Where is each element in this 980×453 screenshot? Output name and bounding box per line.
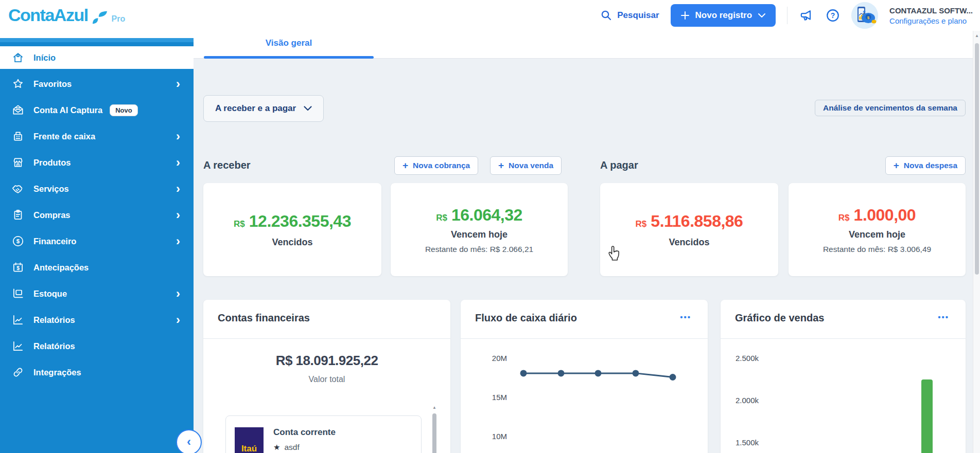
- piggybank-avatar-illustration: $: [851, 2, 878, 29]
- topbar-divider: [787, 7, 787, 24]
- sidebar-item-servicos[interactable]: Serviços ›: [0, 177, 194, 200]
- company-avatar[interactable]: $: [851, 2, 878, 29]
- page-scrollbar[interactable]: ▲: [973, 31, 980, 453]
- plus-icon: +: [402, 162, 408, 169]
- sidebar-item-compras[interactable]: Compras ›: [0, 204, 194, 226]
- account-block: CONTAAZUL SOFTW... Configurações e plano: [889, 6, 973, 25]
- sidebar-item-favoritos[interactable]: Favoritos ›: [0, 73, 194, 95]
- favorite-star-icon[interactable]: ★: [273, 443, 280, 452]
- new-sale-label: Nova venda: [509, 161, 553, 170]
- currency: R$: [636, 219, 647, 229]
- sidebar-item-label: Conta AI Captura: [33, 105, 102, 115]
- plus-icon: [681, 11, 689, 20]
- currency: R$: [838, 213, 850, 223]
- sidebar: Início Favoritos › Conta AI Captura Novo: [0, 31, 194, 453]
- y-axis-tick: 2.000k: [728, 396, 759, 405]
- settings-and-plan-link[interactable]: Configurações e plano: [889, 16, 973, 25]
- sidebar-item-relatorios-2[interactable]: Relatórios: [0, 335, 194, 357]
- amount-value: 12.236.355,43: [249, 212, 351, 231]
- sidebar-item-estoque[interactable]: Estoque ›: [0, 282, 194, 305]
- widget-menu-button[interactable]: •••: [935, 312, 952, 322]
- sidebar-item-label: Início: [33, 53, 56, 63]
- sidebar-item-integracoes[interactable]: Integrações: [0, 361, 194, 384]
- tab-visao-geral[interactable]: Visão geral: [204, 38, 374, 48]
- account-type: Conta corrente: [273, 427, 336, 438]
- logo-text: ContaAzul: [8, 5, 88, 25]
- svg-text:?: ?: [831, 11, 835, 20]
- plus-icon: +: [894, 162, 899, 169]
- sidebar-collapse-button[interactable]: ‹: [176, 429, 202, 453]
- tab-bar: Visão geral: [194, 31, 973, 59]
- accounts-total-value: R$ 18.091.925,22: [203, 353, 450, 369]
- receivables-payables-dropdown[interactable]: A receber e a pagar: [203, 95, 324, 122]
- contaazul-logo[interactable]: ContaAzul Pro: [8, 5, 125, 25]
- card-label: Vencidos: [669, 237, 709, 248]
- y-axis-tick: 2.500k: [728, 354, 759, 363]
- announcements-button[interactable]: [799, 8, 814, 23]
- chevron-right-icon: ›: [176, 79, 180, 89]
- widget-title: Gráfico de vendas: [735, 312, 824, 324]
- card-label: Vencem hoje: [451, 229, 507, 240]
- main-content: Visão geral A receber e a pagar Análise …: [194, 31, 973, 453]
- receivables-overdue-card[interactable]: R$ 12.236.355,43 Vencidos: [203, 183, 381, 276]
- sidebar-item-conta-ai-captura[interactable]: Conta AI Captura Novo: [0, 99, 194, 121]
- scrollbar-thumb[interactable]: [432, 413, 436, 453]
- chevron-left-icon: ‹: [187, 434, 191, 449]
- sidebar-nav: Início Favoritos › Conta AI Captura Novo: [0, 42, 194, 384]
- scroll-up-arrow-icon[interactable]: ▲: [432, 405, 437, 410]
- scroll-up-arrow-icon[interactable]: ▲: [973, 33, 980, 38]
- contaazul-dashboard: ContaAzul Pro Pesquisar Novo registro: [0, 0, 980, 453]
- sidebar-item-label: Frente de caixa: [33, 132, 95, 141]
- sidebar-item-antecipacoes[interactable]: $ Antecipações: [0, 256, 194, 279]
- sales-chart-plot: 2.500k2.000k1.500k: [721, 338, 966, 453]
- amount: R$ 16.064,32: [436, 206, 522, 225]
- widget-title: Contas financeiras: [218, 312, 310, 324]
- amount-value: 16.064,32: [451, 206, 522, 225]
- top-bar: ContaAzul Pro Pesquisar Novo registro: [0, 0, 980, 31]
- sidebar-item-inicio[interactable]: Início: [0, 46, 194, 69]
- sidebar-item-financeiro[interactable]: $ Financeiro ›: [0, 230, 194, 252]
- receivables-section-title: A receber: [203, 159, 251, 171]
- megaphone-icon: [799, 8, 814, 23]
- sidebar-item-label: Favoritos: [33, 79, 72, 89]
- y-axis-tick: 1.500k: [728, 438, 759, 447]
- handshake-icon: [11, 182, 25, 195]
- sidebar-item-label: Integrações: [33, 368, 81, 377]
- payables-overdue-card[interactable]: R$ 5.116.858,86 Vencidos: [600, 183, 778, 276]
- sidebar-top-band: [0, 38, 194, 42]
- ellipsis-icon: •••: [938, 313, 949, 321]
- payables-due-today-card[interactable]: R$ 1.000,00 Vencem hoje Restante do mês:…: [789, 183, 966, 276]
- sidebar-item-produtos[interactable]: Produtos ›: [0, 151, 194, 174]
- sidebar-item-label: Relatórios: [33, 315, 75, 325]
- widget-header: Gráfico de vendas •••: [721, 300, 966, 339]
- weekly-due-analysis-button[interactable]: Análise de vencimentos da semana: [815, 100, 966, 116]
- card-sublabel: Restante do mês: R$ 3.006,49: [823, 245, 931, 254]
- sidebar-item-label: Antecipações: [33, 263, 89, 273]
- new-expense-button[interactable]: + Nova despesa: [885, 156, 966, 175]
- widget-menu-button[interactable]: •••: [677, 312, 694, 322]
- receivables-due-today-card[interactable]: R$ 16.064,32 Vencem hoje Restante do mês…: [391, 183, 568, 276]
- cashflow-chart-plot: 20M15M10M: [461, 338, 708, 453]
- new-expense-label: Nova despesa: [904, 161, 957, 170]
- sidebar-item-label: Compras: [33, 210, 71, 220]
- accounts-list-scrollbar[interactable]: ▲: [432, 405, 437, 453]
- new-charge-button[interactable]: + Nova cobrança: [394, 156, 478, 175]
- new-sale-button[interactable]: + Nova venda: [490, 156, 562, 175]
- sidebar-item-relatorios[interactable]: Relatórios ›: [0, 309, 194, 331]
- currency: R$: [234, 219, 245, 229]
- amount-value: 5.116.858,86: [651, 212, 743, 231]
- widget-title: Fluxo de caixa diário: [475, 312, 577, 324]
- chevron-right-icon: ›: [176, 210, 180, 220]
- top-bar-actions: Pesquisar Novo registro: [600, 0, 973, 31]
- scrollbar-thumb[interactable]: [975, 43, 979, 275]
- account-list-item[interactable]: Itaú Conta corrente ★ asdf: [225, 415, 422, 453]
- sidebar-item-frente-de-caixa[interactable]: Frente de caixa ›: [0, 125, 194, 148]
- help-button[interactable]: ?: [826, 8, 840, 23]
- global-search[interactable]: Pesquisar: [600, 9, 659, 22]
- amount: R$ 12.236.355,43: [234, 212, 351, 231]
- leaf-icon: [92, 10, 108, 25]
- chevron-right-icon: ›: [176, 236, 180, 246]
- clipboard-icon: [11, 208, 25, 222]
- svg-text:$: $: [16, 265, 20, 271]
- new-record-button[interactable]: Novo registro: [671, 4, 776, 27]
